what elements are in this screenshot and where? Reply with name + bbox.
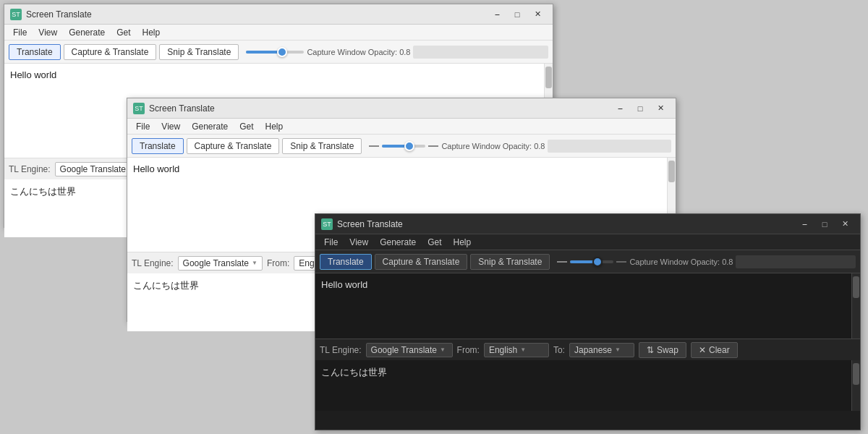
from-label-2: From: — [267, 258, 289, 268]
menu-view-3[interactable]: View — [344, 236, 374, 249]
toolbar-1: Translate Capture & Translate Snip & Tra… — [4, 41, 553, 64]
right-fill-1 — [413, 46, 548, 59]
slider-area-3 — [557, 260, 626, 263]
app-icon-3: ST — [321, 218, 333, 230]
input-textarea-3[interactable]: Hello world — [315, 273, 851, 339]
dropdown-arrow-from-3: ▼ — [520, 346, 526, 353]
slider-dash-left-2 — [369, 145, 379, 147]
window-title-2: Screen Translate — [149, 103, 610, 114]
slider-dash-right-2 — [428, 145, 438, 147]
clear-icon-3: ✕ — [699, 345, 706, 355]
tl-engine-label-3: TL Engine: — [320, 345, 362, 355]
menu-view-2[interactable]: View — [156, 120, 186, 133]
translate-button-3[interactable]: Translate — [320, 254, 372, 270]
scrollbar-input-3[interactable] — [851, 273, 860, 339]
tl-engine-label-2: TL Engine: — [132, 258, 174, 268]
title-controls-1: ‒ □ ✕ — [488, 7, 547, 22]
menu-bar-2: File View Generate Get Help — [127, 119, 676, 135]
window-title-3: Screen Translate — [337, 219, 795, 229]
minimize-button-2[interactable]: ‒ — [610, 101, 629, 116]
input-panel-3: Hello world — [315, 273, 860, 339]
window-3: ST Screen Translate ‒ □ ✕ File View Gene… — [315, 213, 861, 430]
maximize-button-1[interactable]: □ — [508, 7, 527, 22]
title-bar-3: ST Screen Translate ‒ □ ✕ — [315, 214, 860, 234]
menu-get-2[interactable]: Get — [234, 120, 259, 133]
menu-file-3[interactable]: File — [318, 236, 344, 249]
menu-get-1[interactable]: Get — [111, 26, 136, 39]
right-fill-3 — [736, 255, 856, 268]
snip-button-3[interactable]: Snip & Translate — [470, 254, 550, 270]
tl-engine-dropdown-1[interactable]: Google Translate — [55, 162, 131, 176]
slider-area-2 — [369, 145, 438, 148]
slider-track-3[interactable] — [570, 260, 613, 263]
slider-dash-right-3 — [616, 261, 626, 263]
capture-button-3[interactable]: Capture & Translate — [375, 254, 468, 270]
maximize-button-3[interactable]: □ — [815, 217, 834, 231]
maximize-button-2[interactable]: □ — [631, 101, 650, 116]
snip-button-2[interactable]: Snip & Translate — [282, 138, 362, 154]
tl-engine-dropdown-2[interactable]: Google Translate ▼ — [178, 256, 263, 271]
menu-bar-1: File View Generate Get Help — [4, 25, 553, 41]
snip-button-1[interactable]: Snip & Translate — [159, 44, 239, 60]
slider-track-2[interactable] — [382, 145, 425, 148]
close-button-2[interactable]: ✕ — [651, 101, 670, 116]
slider-track-1[interactable] — [246, 51, 304, 54]
output-panel-3: こんにちは世界 — [315, 360, 860, 411]
title-bar-1: ST Screen Translate ‒ □ ✕ — [4, 4, 553, 25]
menu-generate-3[interactable]: Generate — [374, 236, 422, 249]
output-textarea-3[interactable]: こんにちは世界 — [315, 360, 851, 411]
minimize-button-3[interactable]: ‒ — [795, 217, 814, 231]
swap-button-3[interactable]: ⇅ Swap — [639, 342, 686, 358]
toolbar-2: Translate Capture & Translate Snip & Tra… — [127, 135, 676, 158]
tl-engine-dropdown-3[interactable]: Google Translate ▼ — [366, 343, 453, 357]
menu-file-1[interactable]: File — [7, 26, 33, 39]
opacity-label-1: Capture Window Opacity: 0.8 — [307, 48, 410, 56]
swap-icon-3: ⇅ — [647, 345, 654, 355]
title-bar-2: ST Screen Translate ‒ □ ✕ — [127, 98, 676, 119]
menu-help-2[interactable]: Help — [260, 120, 289, 133]
menu-file-2[interactable]: File — [130, 120, 156, 133]
opacity-label-2: Capture Window Opacity: 0.8 — [441, 142, 545, 150]
menu-get-3[interactable]: Get — [422, 236, 447, 249]
translate-button-2[interactable]: Translate — [132, 138, 184, 154]
slider-area-1 — [246, 51, 304, 54]
translate-button-1[interactable]: Translate — [9, 44, 61, 60]
bottom-bar-3: TL Engine: Google Translate ▼ From: Engl… — [315, 339, 860, 360]
slider-dash-left-3 — [557, 261, 567, 263]
from-label-3: From: — [457, 345, 480, 355]
tl-engine-label-1: TL Engine: — [9, 164, 51, 174]
app-icon-2: ST — [133, 103, 145, 114]
dropdown-arrow-to-3: ▼ — [615, 346, 621, 353]
app-icon-1: ST — [10, 9, 22, 20]
to-dropdown-3[interactable]: Japanese ▼ — [569, 343, 634, 357]
clear-button-3[interactable]: ✕ Clear — [691, 342, 738, 358]
title-controls-3: ‒ □ ✕ — [795, 217, 854, 231]
dropdown-arrow-tl-2: ▼ — [252, 260, 258, 266]
dropdown-arrow-tl-3: ▼ — [440, 346, 446, 353]
close-button-3[interactable]: ✕ — [835, 217, 854, 231]
menu-generate-1[interactable]: Generate — [63, 26, 111, 39]
toolbar-3: Translate Capture & Translate Snip & Tra… — [315, 250, 860, 273]
menu-view-1[interactable]: View — [33, 26, 63, 39]
menu-help-3[interactable]: Help — [448, 236, 477, 249]
opacity-label-3: Capture Window Opacity: 0.8 — [629, 258, 733, 266]
close-button-1[interactable]: ✕ — [528, 7, 547, 22]
menu-generate-2[interactable]: Generate — [186, 120, 234, 133]
minimize-button-1[interactable]: ‒ — [488, 7, 506, 22]
menu-bar-3: File View Generate Get Help — [315, 234, 860, 250]
from-dropdown-3[interactable]: English ▼ — [484, 343, 549, 357]
capture-button-1[interactable]: Capture & Translate — [64, 44, 157, 60]
capture-button-2[interactable]: Capture & Translate — [187, 138, 280, 154]
to-label-3: To: — [553, 345, 565, 355]
window-title-1: Screen Translate — [26, 9, 488, 20]
menu-help-1[interactable]: Help — [137, 26, 166, 39]
scrollbar-output-3[interactable] — [851, 360, 860, 411]
right-fill-2 — [548, 140, 671, 153]
title-controls-2: ‒ □ ✕ — [610, 101, 670, 116]
